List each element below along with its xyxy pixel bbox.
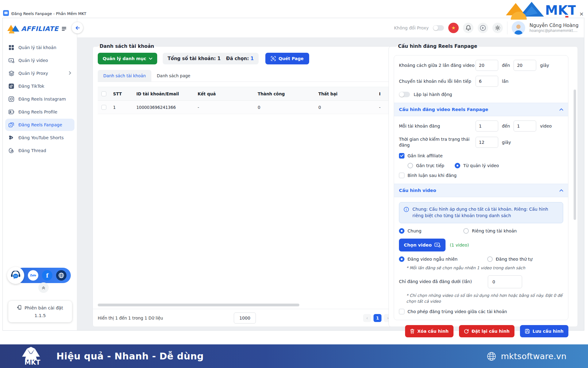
video-post-section-header[interactable]: Cấu hình đăng video Reels Fanpage	[394, 103, 568, 116]
chung-label: Chung	[408, 228, 421, 233]
video-count-text: (1 video)	[450, 243, 469, 247]
allow-duplicate-label: Cho phép đăng trùng video giữa các tài k…	[408, 309, 507, 314]
support-dock: Zalo f	[7, 267, 24, 284]
pagination: ‹ 1 ›	[291, 314, 392, 322]
close-window-button[interactable]: ✕	[579, 11, 584, 17]
gap-from-input[interactable]	[476, 60, 498, 71]
tab-danh-sach-page[interactable]: Danh sách page	[151, 70, 196, 82]
order-radios: Đăng video ngẫu nhiên Đăng theo thứ tự	[399, 256, 563, 262]
settings-gear-icon[interactable]	[492, 23, 503, 33]
affiliate-logo-icon	[7, 23, 20, 35]
sidebar-item-dang-thread[interactable]: Đăng Thread	[5, 144, 74, 157]
random-video-label: Đăng video ngẫu nhiên	[408, 257, 457, 262]
language-flag-icon[interactable]: ★	[448, 23, 459, 33]
per-to-input[interactable]	[514, 121, 536, 132]
choose-video-button[interactable]: Chọn video	[399, 239, 446, 251]
rieng-radio[interactable]	[463, 228, 469, 234]
table-row[interactable]: 1 100003696241366 - 0 0 -	[98, 101, 392, 114]
sidebar-item-dang-tiktok[interactable]: Đăng TikTok	[5, 80, 74, 92]
sidebar-item-label: Đăng Reels Profile	[18, 109, 57, 114]
topbar: Không đổi Proxy ★	[77, 18, 584, 38]
support-chat-icon[interactable]	[7, 267, 24, 284]
video-config-section-header[interactable]: Cấu hình video	[394, 184, 568, 197]
mkt-footer-logo: MKT	[21, 346, 44, 366]
config-scrollbar[interactable]	[574, 90, 576, 220]
total-accounts-value: 1	[217, 56, 220, 61]
allow-duplicate-checkbox[interactable]	[399, 309, 404, 314]
sidebar-item-quan-ly-video[interactable]: Quản lý video	[5, 54, 74, 67]
limit-input[interactable]	[488, 275, 522, 288]
menu-hamburger-icon[interactable]	[62, 26, 66, 32]
from-video-manager-radio[interactable]	[455, 163, 460, 168]
affiliate-link-checkbox[interactable]	[399, 153, 404, 159]
sidebar-item-dang-reels-profile[interactable]: Đăng Reels Profile	[5, 106, 74, 118]
comment-after-post-label: Bình luận sau khi đăng	[408, 173, 457, 178]
user-avatar[interactable]	[512, 21, 525, 35]
delete-config-button[interactable]: Xóa cấu hình	[405, 325, 453, 337]
horizontal-scrollbar[interactable]	[98, 304, 299, 306]
sidebar: AFFILIATE Quản lý tài khoản	[3, 18, 77, 330]
sidebar-item-dang-youtube-shorts[interactable]: Đăng YouTube Shorts	[5, 132, 74, 144]
scan-page-button[interactable]: Quét Page	[265, 53, 309, 64]
config-card-title: Cấu hình đăng Reels Fanpage	[396, 44, 479, 49]
row-checkbox[interactable]	[101, 105, 106, 110]
wait-input[interactable]	[476, 137, 498, 148]
config-card: Cấu hình đăng Reels Fanpage Khoảng cách …	[389, 44, 578, 327]
footer-site-text[interactable]: mktsoftware.vn	[501, 351, 567, 361]
user-info[interactable]: Nguyễn Công Hoàng hoangnc@phanmemmkt....	[529, 23, 580, 33]
prev-page-button[interactable]: ‹	[363, 314, 371, 322]
tab-danh-sach-tai-khoan[interactable]: Danh sách tài khoản	[98, 70, 151, 82]
version-phone-icon	[17, 305, 22, 311]
chevron-up-icon	[560, 189, 563, 192]
footer-banner: MKT Hiệu quả - Nhanh - Dễ dùng mktsoftwa…	[0, 344, 588, 368]
collapse-dock-button[interactable]	[38, 282, 49, 293]
general-config-group: Khoảng cách giữa 2 lần đăng video đến gi…	[394, 56, 568, 103]
chevron-down-icon	[149, 58, 152, 60]
direct-link-radio[interactable]	[408, 163, 413, 168]
cell-stt: 1	[109, 101, 133, 114]
sidebar-item-dang-reels-fanpage[interactable]: Đăng Reels Fanpage	[5, 119, 74, 131]
random-note: * Mỗi lần đăng sẽ chọn ngẫu nhiên 1 vide…	[406, 265, 563, 271]
topbar-divider	[507, 21, 507, 34]
per-account-label: Mỗi tài khoản đăng	[399, 123, 476, 129]
svg-text:MKT: MKT	[25, 359, 40, 365]
threads-icon	[8, 148, 14, 154]
sidebar-item-label: Đăng Reels Fanpage	[18, 122, 62, 127]
page-size-input[interactable]	[234, 312, 256, 324]
page-1-button[interactable]: 1	[374, 314, 381, 322]
sidebar-item-label: Đăng TikTok	[18, 84, 44, 89]
gap-to-input[interactable]	[514, 60, 536, 71]
proxy-toggle[interactable]	[433, 25, 444, 31]
cell-thanh-cong: 0	[254, 101, 315, 114]
repeat-action-toggle[interactable]	[399, 92, 410, 97]
times-word: lần	[502, 79, 508, 84]
comment-after-post-checkbox[interactable]	[399, 173, 404, 178]
back-button[interactable]	[72, 22, 83, 33]
select-all-checkbox[interactable]	[101, 91, 106, 96]
per-from-input[interactable]	[476, 121, 498, 132]
chevron-up-icon	[560, 108, 563, 111]
random-video-radio[interactable]	[399, 256, 404, 262]
reset-config-button[interactable]: Đặt lại cấu hình	[459, 325, 514, 337]
proxy-layers-icon	[8, 70, 14, 76]
sidebar-item-quan-ly-tai-khoan[interactable]: Quản lý tài khoản	[5, 41, 74, 54]
website-globe-icon[interactable]	[56, 270, 66, 281]
switch-errors-input[interactable]	[476, 76, 498, 87]
ordered-video-radio[interactable]	[487, 256, 493, 262]
app-window: AFFILIATE Quản lý tài khoản	[2, 18, 584, 331]
facebook-icon[interactable]: f	[42, 270, 52, 281]
choose-video-row: Chọn video (1 video)	[399, 239, 563, 251]
table-info-text: Hiển thị 1 đến 1 trong 1 Dữ liệu	[98, 316, 199, 320]
sidebar-item-quan-ly-proxy[interactable]: Quản lý Proxy	[5, 67, 74, 79]
chevron-right-icon	[69, 71, 71, 76]
notifications-bell-icon[interactable]	[463, 23, 473, 33]
scope-radios: Chung Riêng từng tài khoản	[399, 228, 563, 234]
reels-fanpage-icon	[8, 122, 14, 128]
sidebar-item-dang-reels-instagram[interactable]: Đăng Reels Instagram	[5, 93, 74, 105]
chung-radio[interactable]	[399, 228, 404, 234]
manage-categories-button[interactable]: Quản lý danh mục	[98, 53, 157, 64]
tutorial-play-icon[interactable]	[478, 23, 488, 33]
video-select-icon	[434, 243, 441, 247]
zalo-icon[interactable]: Zalo	[28, 270, 38, 281]
save-config-button[interactable]: Lưu cấu hình	[520, 325, 568, 337]
